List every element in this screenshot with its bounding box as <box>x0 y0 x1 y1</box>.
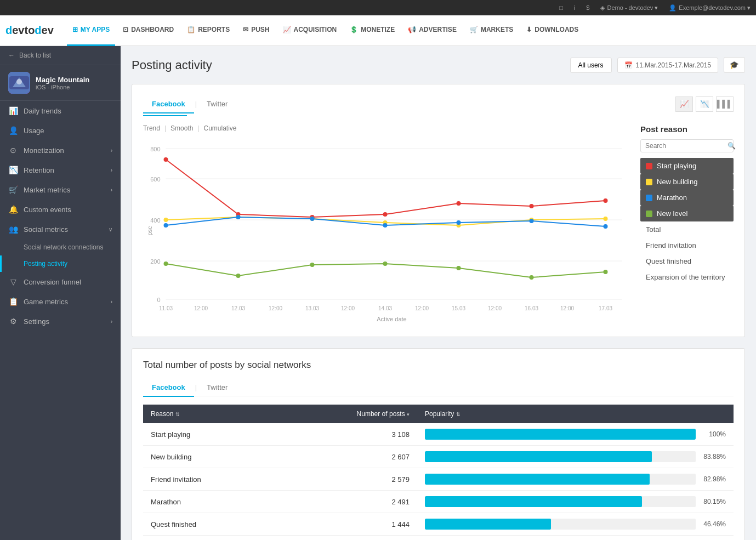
nav-advertise[interactable]: 📢 ADVERTISE <box>402 15 462 46</box>
sidebar-item-daily-trends[interactable]: 📊 Daily trends <box>0 101 121 121</box>
game-metrics-icon: 📋 <box>8 297 18 306</box>
tab-twitter[interactable]: Twitter <box>198 95 236 113</box>
monetize-icon: 💲 <box>350 26 358 33</box>
popularity-bar-fill <box>425 451 652 462</box>
chart-type-buttons: 📈 📉 ▌▌▌ <box>675 96 734 112</box>
svg-point-44 <box>236 215 241 219</box>
settings-icon: ⚙ <box>8 317 18 326</box>
date-range-button[interactable]: 📅 11.Mar.2015-17.Mar.2015 <box>617 58 718 73</box>
sidebar-item-posting-activity[interactable]: Posting activity <box>0 255 121 272</box>
svg-point-49 <box>604 224 608 229</box>
reason-item-new-building[interactable]: New building <box>640 174 734 190</box>
line-chart-button[interactable]: 📈 <box>675 96 693 112</box>
trend-control[interactable]: Trend <box>143 124 160 132</box>
svg-text:13.03: 13.03 <box>305 305 319 311</box>
cell-popularity: 82.98% <box>417 468 734 491</box>
svg-point-48 <box>530 219 534 223</box>
reason-item-expansion[interactable]: Expansion of the territory <box>640 269 734 285</box>
svg-point-43 <box>164 223 168 228</box>
popularity-bar-fill <box>425 429 696 440</box>
col-reason[interactable]: Reason ⇅ <box>143 405 280 423</box>
sidebar-item-settings[interactable]: ⚙ Settings › <box>0 311 121 331</box>
sidebar-item-market-metrics[interactable]: 🛒 Market metrics › <box>0 180 121 200</box>
area-chart-button[interactable]: 📉 <box>696 96 713 112</box>
popularity-bar-bg <box>425 474 696 485</box>
graduate-cap-icon: 🎓 <box>730 61 739 69</box>
reason-dot <box>646 211 652 217</box>
nav-reports[interactable]: 📋 REPORTS <box>181 15 235 46</box>
daily-trends-icon: 📊 <box>8 106 18 115</box>
svg-text:psc: psc <box>146 226 153 236</box>
reason-item-start-playing[interactable]: Start playing <box>640 158 734 174</box>
cell-popularity: 100% <box>417 423 734 446</box>
nav-push[interactable]: ✉ PUSH <box>237 15 275 46</box>
bar-chart-icon: ▌▌▌ <box>717 100 732 108</box>
nav-downloads[interactable]: ⬇ DOWNLOADS <box>521 15 584 46</box>
cell-reason: Start playing <box>143 423 280 446</box>
col-popularity[interactable]: Popularity ⇅ <box>417 405 734 423</box>
bar-chart-button[interactable]: ▌▌▌ <box>716 96 734 112</box>
cell-posts: 3 108 <box>280 423 417 446</box>
table-header-row: Reason ⇅ Number of posts ▾ Popularity ⇅ <box>143 405 734 423</box>
svg-point-50 <box>164 262 168 266</box>
search-input[interactable] <box>645 142 727 150</box>
col-posts[interactable]: Number of posts ▾ <box>280 405 417 423</box>
sidebar-item-social-connections[interactable]: Social network connections <box>0 239 121 255</box>
top-bar-demo[interactable]: ◈Demo - devtodev ▾ <box>600 4 658 12</box>
sort-icon: ⇅ <box>175 412 180 417</box>
tab-facebook[interactable]: Facebook <box>143 95 194 113</box>
cap-button[interactable]: 🎓 <box>724 57 745 73</box>
table-header: Reason ⇅ Number of posts ▾ Popularity ⇅ <box>143 405 734 423</box>
cell-posts: 2 579 <box>280 468 417 491</box>
top-bar-user[interactable]: 👤Exemple@devtodev.com ▾ <box>669 4 751 12</box>
nav-dashboard[interactable]: ⊡ DASHBOARD <box>117 15 179 46</box>
sidebar-item-usage[interactable]: 👤 Usage <box>0 121 121 140</box>
social-metrics-icon: 👥 <box>8 225 18 234</box>
sidebar-back-button[interactable]: ← Back to list <box>0 46 121 65</box>
sidebar-item-monetization[interactable]: ⊙ Monetization › <box>0 140 121 160</box>
popularity-bar-bg <box>425 451 696 462</box>
monetization-icon: ⊙ <box>8 146 18 155</box>
sidebar-item-social-metrics[interactable]: 👥 Social metrics ∨ <box>0 219 121 239</box>
nav-my-apps[interactable]: ⊞ MY APPS <box>67 15 115 46</box>
downloads-icon: ⬇ <box>526 26 532 33</box>
svg-text:12:00: 12:00 <box>415 305 429 311</box>
table-tab-facebook[interactable]: Facebook <box>143 379 194 397</box>
line-chart-icon: 📈 <box>680 100 689 108</box>
nav-acquisition[interactable]: 📈 ACQUISITION <box>277 15 343 46</box>
search-box[interactable]: 🔍 <box>640 139 734 152</box>
sidebar-item-retention[interactable]: 📉 Retention › <box>0 160 121 180</box>
svg-point-56 <box>604 270 608 274</box>
dashboard-icon: ⊡ <box>123 26 128 33</box>
popularity-percent: 100% <box>701 430 726 438</box>
table-tab-twitter[interactable]: Twitter <box>198 379 236 397</box>
smooth-control[interactable]: Smooth <box>170 124 193 132</box>
svg-point-53 <box>383 262 388 266</box>
cell-reason: Marathon <box>143 491 280 513</box>
popularity-percent: 82.98% <box>701 475 726 483</box>
cell-reason: Quest finished <box>143 513 280 536</box>
top-bar-info: i <box>574 4 575 11</box>
advertise-icon: 📢 <box>408 26 416 33</box>
chart-svg-container: 800 600 400 200 0 psc <box>143 138 629 326</box>
reason-item-marathon[interactable]: Marathon <box>640 190 734 206</box>
nav-markets[interactable]: 🛒 MARKETS <box>464 15 519 46</box>
sidebar-item-custom-events[interactable]: 🔔 Custom events <box>0 200 121 219</box>
main-content: Posting activity All users 📅 11.Mar.2015… <box>121 46 756 540</box>
popularity-percent: 80.15% <box>701 498 726 505</box>
reason-item-new-level[interactable]: New level <box>640 206 734 221</box>
sidebar-item-game-metrics[interactable]: 📋 Game metrics › <box>0 292 121 311</box>
reason-item-total[interactable]: Total <box>640 221 734 237</box>
cell-posts: 2 607 <box>280 446 417 468</box>
nav-monetize[interactable]: 💲 MONETIZE <box>344 15 400 46</box>
body-layout: ← Back to list Magic Mountain iOS - iPho… <box>0 46 756 540</box>
nav-bar: devtodev ⊞ MY APPS ⊡ DASHBOARD 📋 REPORTS… <box>0 15 756 46</box>
markets-icon: 🛒 <box>470 26 478 33</box>
popularity-percent: 83.88% <box>701 453 726 461</box>
reason-item-friend-invitation[interactable]: Friend invitation <box>640 237 734 253</box>
reason-item-quest-finished[interactable]: Quest finished <box>640 253 734 269</box>
sidebar-item-conversion-funnel[interactable]: ▽ Conversion funnel <box>0 272 121 292</box>
svg-text:12:00: 12:00 <box>341 305 355 311</box>
cumulative-control[interactable]: Cumulative <box>204 124 237 132</box>
all-users-button[interactable]: All users <box>570 58 612 73</box>
